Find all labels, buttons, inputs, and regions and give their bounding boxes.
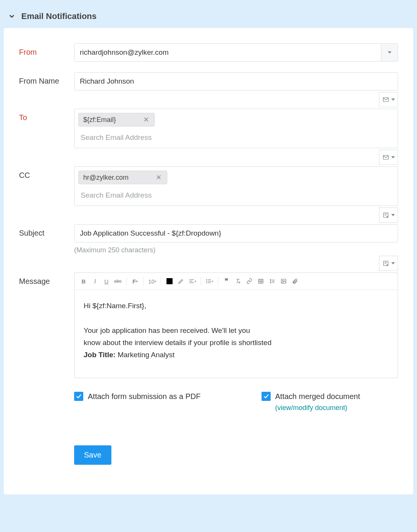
svg-point-16 [206,281,207,281]
color-swatch-icon [166,278,173,284]
align-left-icon [189,278,195,284]
attach-merged-checkbox[interactable]: Attach merged document [262,392,360,401]
paperclip-icon [292,278,298,284]
job-title-value: Marketing Analyst [116,351,174,359]
list-button[interactable]: ▾ [206,277,213,286]
message-body-line2: know about the interview details if your… [84,337,388,349]
line-spacing-icon [269,278,275,284]
subject-insert-button[interactable] [379,207,398,223]
from-caret[interactable] [381,44,398,61]
from-name-label: From Name [19,72,74,86]
cc-chip: hr@zylker.com ✕ [78,171,167,184]
underline-button[interactable]: U [103,277,110,286]
to-search-input[interactable] [78,128,395,145]
to-chip-label: ${zf:Email} [83,116,116,124]
attach-merged-label: Attach merged document [275,392,360,401]
message-job-line: Job Title: Marketing Analyst [84,349,388,361]
from-select[interactable] [74,43,398,62]
align-button[interactable]: ▾ [189,277,196,286]
message-greeting: Hi ${zf:Name.First}, [84,300,388,312]
cc-recipient-box[interactable]: hr@zylker.com ✕ [74,166,398,206]
message-body-line1: Your job application has been received. … [84,325,388,337]
from-label: From [19,43,74,57]
toolbar-separator [143,277,144,285]
italic-button[interactable]: I [91,277,99,286]
attach-pdf-checkbox[interactable]: Attach form submission as a PDF [74,392,201,401]
svg-point-30 [282,280,283,281]
svg-point-15 [206,279,207,280]
subject-input[interactable] [75,225,398,242]
message-label: Message [19,272,74,286]
subject-hint: (Maximum 250 characters) [74,242,398,254]
font-size-button[interactable]: 10 ▾ [148,277,156,286]
link-button[interactable] [246,277,253,286]
to-chip: ${zf:Email} ✕ [78,113,155,127]
caret-down-icon [391,262,395,264]
envelope-icon [382,96,390,103]
section-header[interactable]: Email Notifications [4,4,413,28]
table-icon [258,278,264,284]
caret-down-icon [388,51,392,54]
message-editor[interactable]: Hi ${zf:Name.First}, Your job applicatio… [74,290,398,378]
clear-format-icon [235,278,241,284]
remove-chip-icon[interactable]: ✕ [143,116,150,124]
cc-label: CC [19,166,74,180]
insert-field-icon [382,212,390,218]
to-label: To [19,109,74,122]
from-input[interactable] [75,44,381,61]
attach-pdf-label: Attach form submission as a PDF [88,392,201,401]
insert-field-icon [382,260,390,267]
svg-point-17 [206,282,207,283]
form-panel: From From Name To [4,28,413,494]
toolbar-separator [201,277,201,285]
to-recipient-box[interactable]: ${zf:Email} ✕ [74,109,398,148]
cc-search-input[interactable] [78,186,395,203]
subject-field[interactable] [74,224,398,242]
cc-picker-button[interactable] [379,150,398,165]
job-title-label: Job Title: [84,351,116,359]
font-family-button[interactable]: F ▾ [131,277,139,286]
from-name-field[interactable] [74,72,398,90]
to-picker-button[interactable] [379,92,398,107]
remove-chip-icon[interactable]: ✕ [155,173,162,182]
toolbar-separator [218,277,218,285]
strikethrough-button[interactable]: abc [114,277,122,286]
save-button[interactable]: Save [74,445,111,465]
table-button[interactable] [257,277,265,286]
pencil-icon [178,278,184,284]
subject-label: Subject [19,224,74,238]
text-color-button[interactable] [166,277,173,286]
chevron-down-icon [8,12,16,21]
envelope-icon [382,154,390,161]
image-icon [281,278,287,284]
checkbox-checked-icon [262,392,271,401]
bullet-list-icon [206,278,212,284]
image-button[interactable] [280,277,287,286]
editor-toolbar: B I U abc F ▾ 10 ▾ ▾ [74,272,398,290]
attachment-button[interactable] [291,277,299,286]
highlight-button[interactable] [177,277,185,286]
view-modify-document-link[interactable]: (view/modify document) [275,404,360,412]
line-spacing-button[interactable] [268,277,276,286]
link-icon [246,278,252,284]
clear-format-button[interactable] [234,277,242,286]
caret-down-icon [391,156,395,158]
caret-down-icon [391,98,395,101]
quote-button[interactable]: ❞ [223,277,230,286]
section-title: Email Notifications [21,11,97,21]
cc-chip-label: hr@zylker.com [83,174,128,182]
bold-button[interactable]: B [80,277,87,286]
caret-down-icon [391,214,395,216]
message-insert-button[interactable] [379,256,398,271]
from-name-input[interactable] [75,73,398,90]
toolbar-separator [161,277,161,285]
checkbox-checked-icon [74,392,83,401]
toolbar-separator [126,277,127,285]
